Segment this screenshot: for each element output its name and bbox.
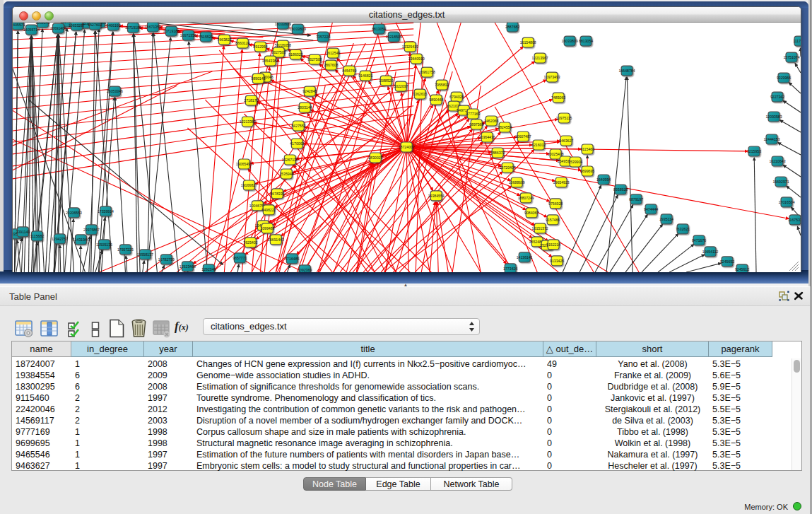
svg-text:1167533: 1167533 xyxy=(788,218,801,222)
svg-text:6879197: 6879197 xyxy=(629,197,643,201)
svg-text:12942757: 12942757 xyxy=(52,237,68,241)
svg-text:16782759: 16782759 xyxy=(158,257,175,262)
svg-text:2887682: 2887682 xyxy=(505,25,519,29)
svg-text:9498222: 9498222 xyxy=(261,208,276,212)
svg-text:19654923: 19654923 xyxy=(553,180,570,185)
svg-text:16961758: 16961758 xyxy=(419,70,435,74)
svg-text:9084067: 9084067 xyxy=(524,211,539,215)
svg-text:6794028: 6794028 xyxy=(449,95,464,99)
svg-text:7632621: 7632621 xyxy=(676,227,690,231)
svg-text:2935114: 2935114 xyxy=(659,217,673,221)
svg-text:17016504: 17016504 xyxy=(778,200,794,204)
svg-text:4170062: 4170062 xyxy=(290,141,304,146)
svg-text:9777169: 9777169 xyxy=(466,112,480,116)
svg-text:9245612: 9245612 xyxy=(735,267,749,271)
svg-text:6216012: 6216012 xyxy=(531,143,546,147)
svg-text:9157466: 9157466 xyxy=(546,218,560,222)
svg-text:16154808: 16154808 xyxy=(520,40,536,45)
svg-text:16033809: 16033809 xyxy=(290,27,306,31)
svg-text:53226058: 53226058 xyxy=(275,43,291,47)
svg-text:26053346: 26053346 xyxy=(107,89,123,93)
svg-text:12975115: 12975115 xyxy=(556,116,572,120)
svg-text:20691406: 20691406 xyxy=(50,26,66,30)
svg-text:1527602: 1527602 xyxy=(88,23,102,27)
svg-text:1115682: 1115682 xyxy=(30,234,45,238)
svg-text:17957225: 17957225 xyxy=(117,247,134,252)
svg-text:9890448: 9890448 xyxy=(429,98,443,102)
svg-text:8660124: 8660124 xyxy=(235,41,249,45)
svg-text:1539904: 1539904 xyxy=(568,160,582,164)
svg-text:14136141: 14136141 xyxy=(517,255,533,259)
svg-text:2867608: 2867608 xyxy=(324,63,338,67)
svg-text:9657771: 9657771 xyxy=(233,256,247,260)
svg-text:16671355: 16671355 xyxy=(180,33,196,37)
svg-text:10607487: 10607487 xyxy=(515,134,531,139)
svg-text:8938928: 8938928 xyxy=(613,187,628,192)
svg-text:13640910: 13640910 xyxy=(408,57,425,61)
svg-text:1612546: 1612546 xyxy=(326,51,340,55)
svg-text:15692971: 15692971 xyxy=(772,180,789,184)
svg-text:18724007: 18724007 xyxy=(399,145,415,149)
svg-text:6466160: 6466160 xyxy=(106,23,120,28)
svg-text:18807249: 18807249 xyxy=(518,196,534,200)
svg-text:10973493: 10973493 xyxy=(544,75,560,79)
svg-text:19218506: 19218506 xyxy=(386,35,402,39)
svg-text:6897568: 6897568 xyxy=(469,122,483,127)
svg-text:9699695: 9699695 xyxy=(580,169,594,173)
svg-text:19958137: 19958137 xyxy=(137,252,153,257)
svg-text:9463627: 9463627 xyxy=(559,139,573,143)
svg-text:19384554: 19384554 xyxy=(428,194,445,198)
svg-text:7625402: 7625402 xyxy=(243,240,257,245)
svg-text:16648784: 16648784 xyxy=(619,69,635,73)
svg-text:7515520: 7515520 xyxy=(199,35,213,39)
svg-text:9327503: 9327503 xyxy=(271,50,286,54)
svg-text:10688609: 10688609 xyxy=(509,180,525,185)
svg-text:9146821: 9146821 xyxy=(358,74,372,78)
svg-text:16151372: 16151372 xyxy=(532,226,548,230)
svg-text:1773426: 1773426 xyxy=(503,267,517,271)
svg-text:3391149: 3391149 xyxy=(16,230,30,234)
svg-text:19166827: 19166827 xyxy=(241,183,257,187)
svg-text:13325419: 13325419 xyxy=(402,45,418,49)
svg-text:7485063: 7485063 xyxy=(551,95,565,100)
svg-text:1588520: 1588520 xyxy=(379,78,393,83)
svg-text:14055714: 14055714 xyxy=(23,28,40,32)
svg-text:2830027: 2830027 xyxy=(368,156,382,160)
svg-text:1640954: 1640954 xyxy=(596,177,611,182)
svg-text:16691443: 16691443 xyxy=(268,238,284,242)
svg-text:16033809: 16033809 xyxy=(275,23,291,26)
svg-text:9245652: 9245652 xyxy=(720,259,734,264)
svg-text:3824554: 3824554 xyxy=(498,125,512,129)
svg-text:10025438: 10025438 xyxy=(548,152,564,156)
svg-text:10719185: 10719185 xyxy=(163,29,180,33)
svg-text:2803144: 2803144 xyxy=(298,105,312,110)
svg-text:1117353: 1117353 xyxy=(793,39,801,43)
svg-text:8454749: 8454749 xyxy=(342,69,356,73)
svg-text:7357224: 7357224 xyxy=(316,35,330,39)
svg-text:12213369: 12213369 xyxy=(240,119,256,124)
svg-text:7886372: 7886372 xyxy=(490,151,505,155)
svg-text:9152214: 9152214 xyxy=(546,243,560,247)
svg-text:20364436: 20364436 xyxy=(479,135,495,139)
svg-text:5716485: 5716485 xyxy=(285,257,299,261)
svg-text:15720407: 15720407 xyxy=(500,165,516,170)
svg-text:16671355: 16671355 xyxy=(145,25,161,29)
svg-text:16543382: 16543382 xyxy=(262,59,278,63)
svg-text:1405571: 1405571 xyxy=(13,23,25,27)
svg-text:1362615: 1362615 xyxy=(413,92,427,96)
svg-text:1535944: 1535944 xyxy=(279,172,293,176)
svg-text:10654112: 10654112 xyxy=(702,250,719,254)
svg-text:12444153: 12444153 xyxy=(763,137,779,141)
svg-text:9227342: 9227342 xyxy=(770,95,784,99)
svg-text:7663822: 7663822 xyxy=(217,37,231,42)
svg-text:15751074: 15751074 xyxy=(783,55,799,59)
svg-text:9329966: 9329966 xyxy=(777,76,791,80)
svg-text:3215953: 3215953 xyxy=(747,149,761,153)
svg-text:17359914: 17359914 xyxy=(98,209,114,214)
svg-text:12923468: 12923468 xyxy=(180,264,196,269)
svg-text:1462066: 1462066 xyxy=(484,119,498,123)
svg-text:19065493: 19065493 xyxy=(236,162,252,166)
svg-text:9115460: 9115460 xyxy=(580,147,594,151)
svg-text:8912954: 8912954 xyxy=(253,45,267,49)
svg-text:9756928: 9756928 xyxy=(548,201,563,206)
